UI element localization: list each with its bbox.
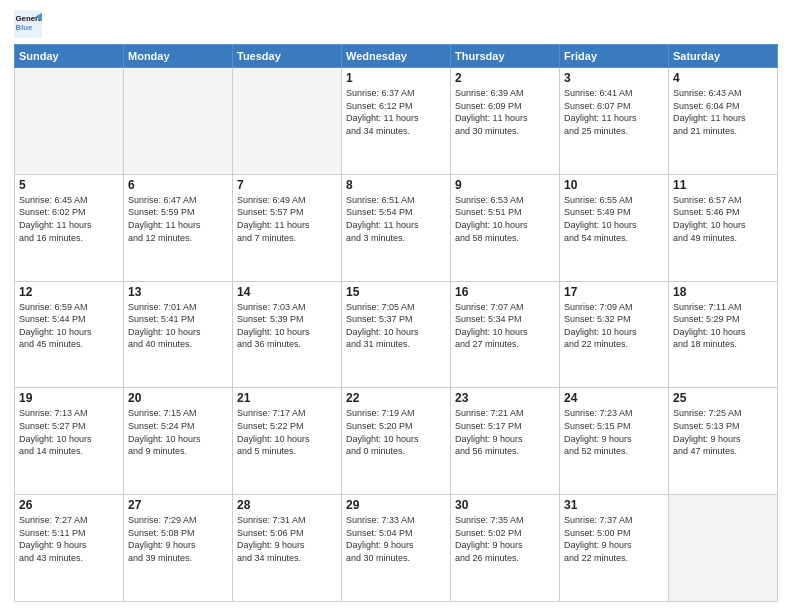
calendar-cell: 13Sunrise: 7:01 AM Sunset: 5:41 PM Dayli… [124,281,233,388]
day-info: Sunrise: 7:29 AM Sunset: 5:08 PM Dayligh… [128,514,228,564]
calendar-cell: 31Sunrise: 7:37 AM Sunset: 5:00 PM Dayli… [560,495,669,602]
day-number: 26 [19,498,119,512]
day-info: Sunrise: 7:33 AM Sunset: 5:04 PM Dayligh… [346,514,446,564]
day-number: 5 [19,178,119,192]
day-info: Sunrise: 6:47 AM Sunset: 5:59 PM Dayligh… [128,194,228,244]
day-info: Sunrise: 7:09 AM Sunset: 5:32 PM Dayligh… [564,301,664,351]
calendar-cell: 9Sunrise: 6:53 AM Sunset: 5:51 PM Daylig… [451,174,560,281]
day-info: Sunrise: 6:55 AM Sunset: 5:49 PM Dayligh… [564,194,664,244]
weekday-header-row: SundayMondayTuesdayWednesdayThursdayFrid… [15,45,778,68]
day-number: 9 [455,178,555,192]
calendar-week-3: 19Sunrise: 7:13 AM Sunset: 5:27 PM Dayli… [15,388,778,495]
day-number: 16 [455,285,555,299]
day-number: 20 [128,391,228,405]
day-number: 21 [237,391,337,405]
calendar-cell [124,68,233,175]
calendar-week-0: 1Sunrise: 6:37 AM Sunset: 6:12 PM Daylig… [15,68,778,175]
day-info: Sunrise: 7:17 AM Sunset: 5:22 PM Dayligh… [237,407,337,457]
calendar-cell: 11Sunrise: 6:57 AM Sunset: 5:46 PM Dayli… [669,174,778,281]
calendar-cell: 10Sunrise: 6:55 AM Sunset: 5:49 PM Dayli… [560,174,669,281]
calendar-cell: 2Sunrise: 6:39 AM Sunset: 6:09 PM Daylig… [451,68,560,175]
day-info: Sunrise: 7:03 AM Sunset: 5:39 PM Dayligh… [237,301,337,351]
day-number: 7 [237,178,337,192]
day-info: Sunrise: 7:23 AM Sunset: 5:15 PM Dayligh… [564,407,664,457]
logo: General Blue [14,10,46,38]
day-number: 10 [564,178,664,192]
day-info: Sunrise: 6:45 AM Sunset: 6:02 PM Dayligh… [19,194,119,244]
calendar-cell: 3Sunrise: 6:41 AM Sunset: 6:07 PM Daylig… [560,68,669,175]
day-info: Sunrise: 6:59 AM Sunset: 5:44 PM Dayligh… [19,301,119,351]
calendar-cell [669,495,778,602]
calendar-cell [15,68,124,175]
day-info: Sunrise: 7:05 AM Sunset: 5:37 PM Dayligh… [346,301,446,351]
header: General Blue [14,10,778,38]
day-number: 18 [673,285,773,299]
calendar-cell: 1Sunrise: 6:37 AM Sunset: 6:12 PM Daylig… [342,68,451,175]
calendar-cell: 25Sunrise: 7:25 AM Sunset: 5:13 PM Dayli… [669,388,778,495]
day-number: 19 [19,391,119,405]
weekday-header-tuesday: Tuesday [233,45,342,68]
calendar-cell: 29Sunrise: 7:33 AM Sunset: 5:04 PM Dayli… [342,495,451,602]
day-info: Sunrise: 6:37 AM Sunset: 6:12 PM Dayligh… [346,87,446,137]
calendar-week-4: 26Sunrise: 7:27 AM Sunset: 5:11 PM Dayli… [15,495,778,602]
day-number: 22 [346,391,446,405]
calendar-cell: 19Sunrise: 7:13 AM Sunset: 5:27 PM Dayli… [15,388,124,495]
day-number: 25 [673,391,773,405]
day-info: Sunrise: 7:35 AM Sunset: 5:02 PM Dayligh… [455,514,555,564]
calendar-cell: 17Sunrise: 7:09 AM Sunset: 5:32 PM Dayli… [560,281,669,388]
day-number: 14 [237,285,337,299]
day-info: Sunrise: 7:11 AM Sunset: 5:29 PM Dayligh… [673,301,773,351]
day-info: Sunrise: 7:15 AM Sunset: 5:24 PM Dayligh… [128,407,228,457]
day-info: Sunrise: 6:53 AM Sunset: 5:51 PM Dayligh… [455,194,555,244]
day-number: 27 [128,498,228,512]
weekday-header-friday: Friday [560,45,669,68]
page: General Blue SundayMondayTuesdayWednesda… [0,0,792,612]
calendar-cell [233,68,342,175]
day-number: 2 [455,71,555,85]
day-info: Sunrise: 7:37 AM Sunset: 5:00 PM Dayligh… [564,514,664,564]
calendar-cell: 16Sunrise: 7:07 AM Sunset: 5:34 PM Dayli… [451,281,560,388]
day-info: Sunrise: 7:13 AM Sunset: 5:27 PM Dayligh… [19,407,119,457]
calendar-cell: 20Sunrise: 7:15 AM Sunset: 5:24 PM Dayli… [124,388,233,495]
calendar-week-2: 12Sunrise: 6:59 AM Sunset: 5:44 PM Dayli… [15,281,778,388]
day-number: 28 [237,498,337,512]
day-number: 13 [128,285,228,299]
calendar-cell: 27Sunrise: 7:29 AM Sunset: 5:08 PM Dayli… [124,495,233,602]
day-number: 31 [564,498,664,512]
day-number: 17 [564,285,664,299]
calendar-cell: 22Sunrise: 7:19 AM Sunset: 5:20 PM Dayli… [342,388,451,495]
calendar-cell: 24Sunrise: 7:23 AM Sunset: 5:15 PM Dayli… [560,388,669,495]
calendar-cell: 5Sunrise: 6:45 AM Sunset: 6:02 PM Daylig… [15,174,124,281]
day-info: Sunrise: 6:51 AM Sunset: 5:54 PM Dayligh… [346,194,446,244]
calendar-cell: 12Sunrise: 6:59 AM Sunset: 5:44 PM Dayli… [15,281,124,388]
day-info: Sunrise: 7:07 AM Sunset: 5:34 PM Dayligh… [455,301,555,351]
calendar-cell: 7Sunrise: 6:49 AM Sunset: 5:57 PM Daylig… [233,174,342,281]
day-number: 30 [455,498,555,512]
calendar-week-1: 5Sunrise: 6:45 AM Sunset: 6:02 PM Daylig… [15,174,778,281]
calendar-cell: 18Sunrise: 7:11 AM Sunset: 5:29 PM Dayli… [669,281,778,388]
day-info: Sunrise: 7:25 AM Sunset: 5:13 PM Dayligh… [673,407,773,457]
calendar-cell: 23Sunrise: 7:21 AM Sunset: 5:17 PM Dayli… [451,388,560,495]
calendar-cell: 8Sunrise: 6:51 AM Sunset: 5:54 PM Daylig… [342,174,451,281]
weekday-header-sunday: Sunday [15,45,124,68]
day-number: 24 [564,391,664,405]
day-number: 8 [346,178,446,192]
calendar-cell: 4Sunrise: 6:43 AM Sunset: 6:04 PM Daylig… [669,68,778,175]
day-number: 29 [346,498,446,512]
day-number: 1 [346,71,446,85]
day-number: 11 [673,178,773,192]
day-info: Sunrise: 6:49 AM Sunset: 5:57 PM Dayligh… [237,194,337,244]
day-info: Sunrise: 6:57 AM Sunset: 5:46 PM Dayligh… [673,194,773,244]
day-info: Sunrise: 7:21 AM Sunset: 5:17 PM Dayligh… [455,407,555,457]
day-info: Sunrise: 6:43 AM Sunset: 6:04 PM Dayligh… [673,87,773,137]
svg-text:Blue: Blue [16,23,34,32]
calendar-cell: 28Sunrise: 7:31 AM Sunset: 5:06 PM Dayli… [233,495,342,602]
logo-icon: General Blue [14,10,42,38]
day-number: 23 [455,391,555,405]
day-info: Sunrise: 7:19 AM Sunset: 5:20 PM Dayligh… [346,407,446,457]
day-number: 15 [346,285,446,299]
day-info: Sunrise: 7:27 AM Sunset: 5:11 PM Dayligh… [19,514,119,564]
calendar-cell: 21Sunrise: 7:17 AM Sunset: 5:22 PM Dayli… [233,388,342,495]
weekday-header-monday: Monday [124,45,233,68]
calendar-table: SundayMondayTuesdayWednesdayThursdayFrid… [14,44,778,602]
